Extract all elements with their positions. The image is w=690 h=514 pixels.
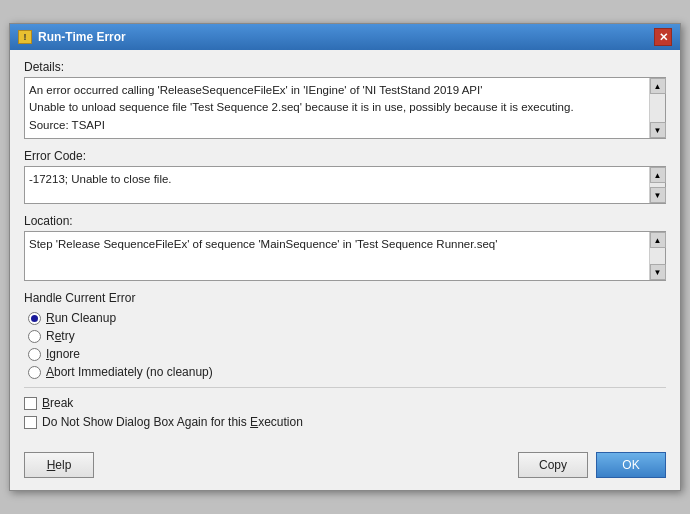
details-container: An error occurred calling 'ReleaseSequen… bbox=[24, 77, 666, 139]
dialog-icon: ! bbox=[18, 30, 32, 44]
radio-abort[interactable]: Abort Immediately (no cleanup) bbox=[28, 365, 666, 379]
loc-scroll-track[interactable] bbox=[650, 248, 665, 264]
scroll-down-arrow[interactable]: ▼ bbox=[650, 122, 666, 138]
location-section: Location: Step 'Release SequenceFileEx' … bbox=[24, 214, 666, 281]
details-text: An error occurred calling 'ReleaseSequen… bbox=[25, 78, 665, 138]
error-code-text: -17213; Unable to close file. bbox=[25, 167, 665, 203]
radio-retry[interactable]: Retry bbox=[28, 329, 666, 343]
footer: Help Copy OK bbox=[10, 444, 680, 490]
details-section: Details: An error occurred calling 'Rele… bbox=[24, 60, 666, 139]
help-button-label: Help bbox=[47, 458, 72, 472]
details-scrollbar[interactable]: ▲ ▼ bbox=[649, 78, 665, 138]
radio-run-cleanup[interactable]: Run Cleanup bbox=[28, 311, 666, 325]
radio-abort-label: Abort Immediately (no cleanup) bbox=[46, 365, 213, 379]
scroll-up-arrow[interactable]: ▲ bbox=[650, 78, 666, 94]
details-line3: Source: TSAPI bbox=[29, 119, 105, 131]
do-not-show-checkbox[interactable] bbox=[24, 416, 37, 429]
handle-error-section: Handle Current Error Run Cleanup Retry I… bbox=[24, 291, 666, 379]
location-container: Step 'Release SequenceFileEx' of sequenc… bbox=[24, 231, 666, 281]
radio-ignore[interactable]: Ignore bbox=[28, 347, 666, 361]
do-not-show-checkbox-row: Do Not Show Dialog Box Again for this Ex… bbox=[24, 415, 666, 429]
ok-button[interactable]: OK bbox=[596, 452, 666, 478]
radio-run-cleanup-circle[interactable] bbox=[28, 312, 41, 325]
ec-scroll-down[interactable]: ▼ bbox=[650, 187, 666, 203]
details-line1: An error occurred calling 'ReleaseSequen… bbox=[29, 84, 482, 96]
handle-error-title: Handle Current Error bbox=[24, 291, 666, 305]
radio-ignore-label: Ignore bbox=[46, 347, 80, 361]
radio-group: Run Cleanup Retry Ignore Abort Immediate… bbox=[28, 311, 666, 379]
error-code-section: Error Code: -17213; Unable to close file… bbox=[24, 149, 666, 204]
break-checkbox[interactable] bbox=[24, 397, 37, 410]
break-checkbox-row: Break bbox=[24, 396, 666, 410]
right-buttons: Copy OK bbox=[518, 452, 666, 478]
scroll-track[interactable] bbox=[650, 94, 665, 122]
loc-scroll-up[interactable]: ▲ bbox=[650, 232, 666, 248]
error-code-label: Error Code: bbox=[24, 149, 666, 163]
radio-run-cleanup-label: Run Cleanup bbox=[46, 311, 116, 325]
details-line2: Unable to unload sequence file 'Test Seq… bbox=[29, 101, 574, 113]
close-button[interactable]: ✕ bbox=[654, 28, 672, 46]
radio-retry-circle[interactable] bbox=[28, 330, 41, 343]
error-code-scrollbar[interactable]: ▲ ▼ bbox=[649, 167, 665, 203]
location-text: Step 'Release SequenceFileEx' of sequenc… bbox=[25, 232, 665, 280]
divider bbox=[24, 387, 666, 388]
details-label: Details: bbox=[24, 60, 666, 74]
error-code-container: -17213; Unable to close file. ▲ ▼ bbox=[24, 166, 666, 204]
window-title: Run-Time Error bbox=[38, 30, 126, 44]
dialog-body: Details: An error occurred calling 'Rele… bbox=[10, 50, 680, 444]
title-bar: ! Run-Time Error ✕ bbox=[10, 24, 680, 50]
radio-retry-label: Retry bbox=[46, 329, 75, 343]
copy-button[interactable]: Copy bbox=[518, 452, 588, 478]
loc-scroll-down[interactable]: ▼ bbox=[650, 264, 666, 280]
break-checkbox-label: Break bbox=[42, 396, 73, 410]
location-label: Location: bbox=[24, 214, 666, 228]
radio-abort-circle[interactable] bbox=[28, 366, 41, 379]
location-scrollbar[interactable]: ▲ ▼ bbox=[649, 232, 665, 280]
help-button[interactable]: Help bbox=[24, 452, 94, 478]
runtime-error-dialog: ! Run-Time Error ✕ Details: An error occ… bbox=[9, 23, 681, 491]
radio-ignore-circle[interactable] bbox=[28, 348, 41, 361]
title-bar-left: ! Run-Time Error bbox=[18, 30, 126, 44]
ec-scroll-up[interactable]: ▲ bbox=[650, 167, 666, 183]
do-not-show-label: Do Not Show Dialog Box Again for this Ex… bbox=[42, 415, 303, 429]
